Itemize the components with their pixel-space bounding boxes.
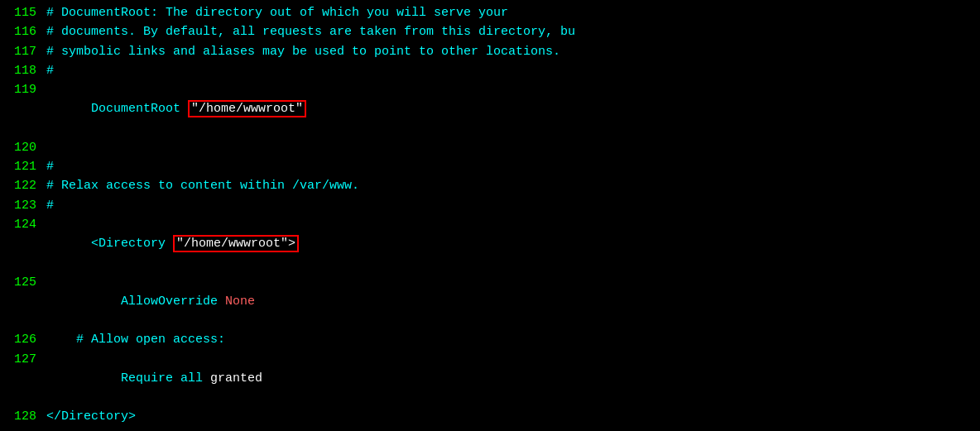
code-line-129: 129	[0, 427, 980, 432]
line-number: 117	[7, 42, 36, 61]
line-content: #	[46, 157, 973, 176]
code-line-122: 122 # Relax access to content within /va…	[0, 176, 980, 195]
highlighted-value: "/home/wwwroot"	[188, 100, 306, 117]
line-number: 119	[7, 80, 36, 99]
line-content: #	[46, 61, 973, 80]
code-line-115: 115 # DocumentRoot: The directory out of…	[0, 3, 980, 22]
line-number: 115	[7, 3, 36, 22]
line-number: 123	[7, 196, 36, 215]
directive-text: DocumentRoot	[91, 102, 188, 116]
line-content: # documents. By default, all requests ar…	[46, 22, 973, 41]
highlighted-value: "/home/wwwroot">	[173, 235, 299, 252]
line-content: <Directory "/home/wwwroot">	[46, 215, 973, 273]
code-line-118: 118 #	[0, 61, 980, 80]
line-number: 116	[7, 22, 36, 41]
code-line-121: 121 #	[0, 157, 980, 176]
none-text: None	[225, 295, 255, 309]
line-number: 127	[7, 350, 36, 369]
line-content: </Directory>	[46, 407, 973, 426]
code-line-117: 117 # symbolic links and aliases may be …	[0, 42, 980, 61]
directive-text: <Directory	[91, 237, 173, 251]
line-number: 128	[7, 407, 36, 426]
line-number: 124	[7, 215, 36, 234]
code-line-124: 124 <Directory "/home/wwwroot">	[0, 215, 980, 273]
line-content: # DocumentRoot: The directory out of whi…	[46, 3, 973, 22]
line-number: 118	[7, 61, 36, 80]
line-content: DocumentRoot "/home/wwwroot"	[46, 80, 973, 138]
code-line-126: 126 # Allow open access:	[0, 330, 980, 349]
code-line-128: 128 </Directory>	[0, 407, 980, 426]
line-number: 129	[7, 427, 36, 432]
code-line-123: 123 #	[0, 196, 980, 215]
line-number: 122	[7, 176, 36, 195]
granted-text: granted	[210, 371, 262, 386]
code-line-119: 119 DocumentRoot "/home/wwwroot"	[0, 80, 980, 138]
line-number: 120	[7, 138, 36, 157]
line-content: AllowOverride None	[46, 273, 973, 331]
line-number: 125	[7, 273, 36, 292]
line-content: # Allow open access:	[46, 330, 973, 349]
line-content: Require all granted	[46, 350, 973, 408]
line-content: # symbolic links and aliases may be used…	[46, 42, 973, 61]
code-line-125: 125 AllowOverride None	[0, 273, 980, 331]
allow-override-text: AllowOverride	[91, 295, 225, 309]
line-content	[46, 138, 973, 157]
line-content: #	[46, 196, 973, 215]
code-line-116: 116 # documents. By default, all request…	[0, 22, 980, 41]
line-content: # Relax access to content within /var/ww…	[46, 176, 973, 195]
line-number: 126	[7, 330, 36, 349]
line-number: 121	[7, 157, 36, 176]
code-line-120: 120	[0, 138, 980, 157]
require-text: Require all	[91, 371, 210, 386]
code-line-127: 127 Require all granted	[0, 350, 980, 408]
line-content	[46, 427, 973, 432]
code-editor: 115 # DocumentRoot: The directory out of…	[0, 0, 980, 431]
